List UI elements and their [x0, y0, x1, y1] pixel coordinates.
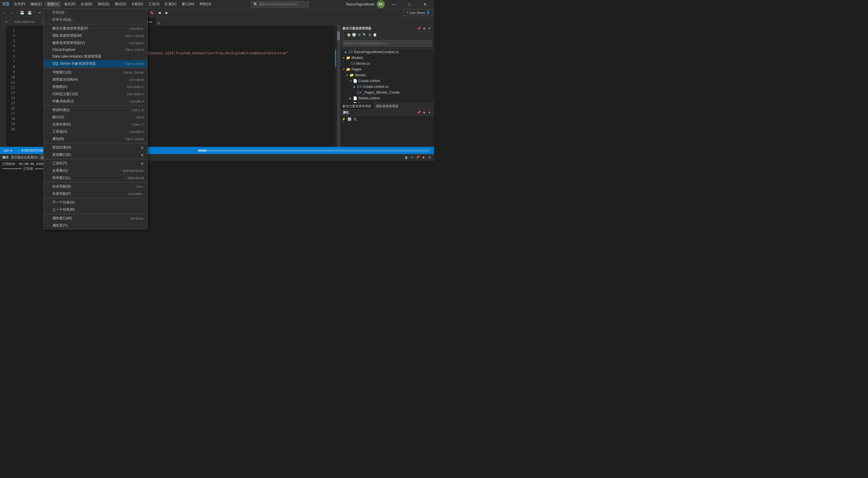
menu-sql-server[interactable]: SQL Server 对象资源管理器 Ctrl+\, Ctrl+S — [44, 60, 147, 67]
menu-properties-window[interactable]: 属性窗口(W) Alt+Enter — [44, 215, 147, 222]
tree-item-movie-cs[interactable]: C# Movie.cs — [340, 61, 434, 66]
menu-notifications[interactable]: 通知(N) Ctrl+\, Ctrl+N — [44, 135, 147, 142]
toolbar-sep-1 — [17, 10, 17, 15]
prop-pin-btn[interactable]: 📌 — [416, 110, 421, 115]
save-all-toolbar-btn[interactable]: 💾 — [26, 9, 33, 16]
prop-close-btn[interactable]: ✕ — [427, 110, 432, 115]
menu-toolbox[interactable]: 工具箱(X) Ctrl+Alt+X — [44, 128, 147, 135]
sol-settings-btn[interactable]: ⚙ — [357, 32, 362, 37]
output-clear-btn[interactable]: 🗑 — [404, 155, 408, 160]
output-actions: 🗑 ↩ 📌 ▼ ✕ — [404, 155, 432, 160]
undo-btn[interactable]: ↩ — [36, 9, 43, 16]
tree-item-create-cshtml-cs[interactable]: ▶ C# Create.cshtml.cs — [340, 84, 434, 90]
solution-tree: ▶ C# RazorPagesMovieContext.cs ▼ 📁 Model… — [340, 49, 434, 103]
menu-tools[interactable]: 工具(T) — [146, 1, 162, 7]
tree-item-pages[interactable]: ▼ 📁 Pages — [340, 66, 434, 72]
tab-overflow-btn[interactable]: ▼ — [157, 21, 161, 25]
status-scrollbar[interactable] — [198, 149, 429, 152]
menu-analyze[interactable]: 分析(N) — [129, 1, 146, 7]
menu-help[interactable]: 帮助(H) — [197, 1, 214, 7]
menu-error-list[interactable]: 错误列表(I) Ctrl+\, E — [44, 106, 147, 113]
menu-all-windows[interactable]: 所有窗口(L) Shift+Alt+M — [44, 174, 147, 181]
tab-team-explorer[interactable]: 团队资源管理器 — [374, 103, 401, 109]
status-zoom[interactable]: 100 % — [2, 149, 13, 152]
menu-cloud-explorer[interactable]: Cloud Explorer Ctrl+\, Ctrl+X — [44, 46, 147, 53]
menu-class-view[interactable]: 类视图(A) Ctrl+Shift+C — [44, 83, 147, 91]
bookmark-btn[interactable]: 🔖 — [148, 9, 155, 16]
menu-output[interactable]: 输出(O) Alt+2 — [44, 113, 147, 121]
prop-settings2-btn[interactable]: 🔧 — [353, 117, 358, 122]
menu-file[interactable]: 文件(F) — [11, 1, 28, 7]
tab-solution-explorer[interactable]: 解决方案资源管理器 — [340, 103, 374, 109]
bookmark-prev-btn[interactable]: ◀ — [156, 9, 162, 16]
output-dropdown-btn[interactable]: ▼ — [421, 155, 426, 160]
sol-collapse-btn[interactable]: ⊟ — [368, 32, 372, 37]
menu-bookmark-window[interactable]: 书签窗口(Q) Ctrl+K, Ctrl+W — [44, 69, 147, 76]
menu-server-explorer[interactable]: 服务器资源管理器(V) Ctrl+Alt+S — [44, 39, 147, 46]
menu-task-list[interactable]: 任务列表(K) Ctrl+\, T — [44, 121, 147, 128]
menu-toolbars[interactable]: 工具栏(T) ▶ — [44, 160, 147, 167]
output-pin-btn[interactable]: 📌 — [415, 155, 420, 160]
status-problems[interactable]: ✓ 未找到相关问题 — [16, 148, 44, 152]
menu-data-lake[interactable]: Data Lake Analytics 资源管理器 — [44, 53, 147, 60]
menu-fullscreen[interactable]: 全屏幕(U) Shift+Alt+Enter — [44, 167, 147, 174]
menu-test[interactable]: 测试(S) — [112, 1, 128, 7]
solution-search-input[interactable] — [343, 40, 432, 46]
sol-home-btn[interactable]: 🏠 — [347, 32, 351, 37]
output-wrap-btn[interactable]: ↩ — [410, 155, 414, 160]
menu-code-definition[interactable]: 代码定义窗口(D) Ctrl+Shift+V — [44, 91, 147, 98]
tab-edit-cshtml[interactable]: Edit.cshtml.cs — [11, 18, 38, 25]
tab-nl[interactable]: nl — [1, 18, 11, 25]
save-toolbar-btn[interactable]: 💾 — [19, 9, 25, 16]
menu-object-browser[interactable]: 对象浏览器(J) Ctrl+Alt+J — [44, 98, 147, 105]
menu-find-results[interactable]: 查找结果(N) ▶ — [44, 144, 147, 151]
menu-sep-4 — [44, 143, 147, 143]
panel-dropdown-btn[interactable]: ▼ — [422, 26, 427, 31]
tree-item-delete-cshtml[interactable]: ▶ 📄 Delete.cshtml — [340, 95, 434, 101]
menu-extensions[interactable]: 扩展(X) — [163, 1, 179, 7]
sol-filter-btn[interactable]: 🔍 — [362, 32, 367, 37]
back-toolbar-btn[interactable]: ← — [1, 9, 7, 16]
menu-open-with[interactable]: 打开方式(N)... — [44, 16, 147, 24]
tree-item-pages-movies-create[interactable]: C# _Pages_Movies_Create — [340, 90, 434, 95]
menu-build[interactable]: 生成(B) — [79, 1, 95, 7]
menu-other-windows[interactable]: 其他窗口(E) ▶ — [44, 151, 147, 158]
menu-navigate-forward[interactable]: 向前导航(F) Ctrl+Shift+- — [44, 190, 147, 197]
menu-window[interactable]: 窗口(W) — [179, 1, 196, 7]
menu-debug[interactable]: 调试(D) — [95, 1, 112, 7]
tree-item-create-cshtml[interactable]: ▼ 📄 Create.cshtml — [340, 78, 434, 84]
menu-view[interactable]: 视图(V) — [45, 1, 61, 7]
menu-edit[interactable]: 编辑(E) — [28, 1, 44, 7]
menu-team-explorer[interactable]: 团队资源管理器(M) Ctrl+\, Ctrl+M — [44, 32, 147, 39]
editor-scroll-thumb[interactable] — [337, 32, 340, 40]
panel-pin-btn[interactable]: 📌 — [416, 26, 421, 31]
menu-open[interactable]: 打开(O) — [44, 9, 147, 16]
sol-properties-btn[interactable]: 📋 — [373, 32, 377, 37]
panel-close-btn[interactable]: ✕ — [427, 26, 432, 31]
editor-scrollbar[interactable] — [337, 26, 340, 147]
minimize-button[interactable]: — — [387, 0, 400, 9]
prop-alpha-btn[interactable]: 🔡 — [347, 117, 352, 122]
sol-back-btn[interactable]: ← — [341, 32, 346, 37]
tree-item-models[interactable]: ▼ 📁 Models — [340, 55, 434, 61]
user-avatar[interactable]: PZ — [377, 0, 385, 8]
forward-toolbar-btn[interactable]: → — [9, 9, 15, 16]
menu-project[interactable]: 项目(P) — [62, 1, 78, 7]
maximize-button[interactable]: □ — [403, 0, 416, 9]
menu-properties-page[interactable]: 属性页(Y) — [44, 222, 147, 229]
live-share-label: Live Share — [410, 11, 425, 14]
bookmark-next-btn[interactable]: ▶ — [163, 9, 170, 16]
output-close-btn[interactable]: ✕ — [427, 155, 432, 160]
close-button[interactable]: ✕ — [418, 0, 432, 9]
prop-dropdown-btn[interactable]: ▼ — [422, 110, 427, 115]
tree-item-context-cs[interactable]: ▶ C# RazorPagesMovieContext.cs — [340, 49, 434, 55]
menu-next-task[interactable]: 下一个任务(X) — [44, 199, 147, 206]
prop-categorize-btn[interactable]: ⚡ — [341, 117, 346, 122]
menu-solution-explorer[interactable]: 解决方案资源管理器(P) Ctrl+Alt+L — [44, 25, 147, 32]
menu-navigate-back[interactable]: 向后导航(B) Ctrl+- — [44, 183, 147, 190]
live-share-button[interactable]: ↗ Live Share 👤 — [403, 9, 433, 16]
menu-prev-task[interactable]: 上一个任务(R) — [44, 206, 147, 213]
menu-call-hierarchy[interactable]: 调用层次结构(H) Ctrl+Alt+K — [44, 76, 147, 83]
sol-refresh-btn[interactable]: 🔄 — [352, 32, 356, 37]
tree-item-movies-folder[interactable]: ▼ 📁 Movies — [340, 72, 434, 78]
